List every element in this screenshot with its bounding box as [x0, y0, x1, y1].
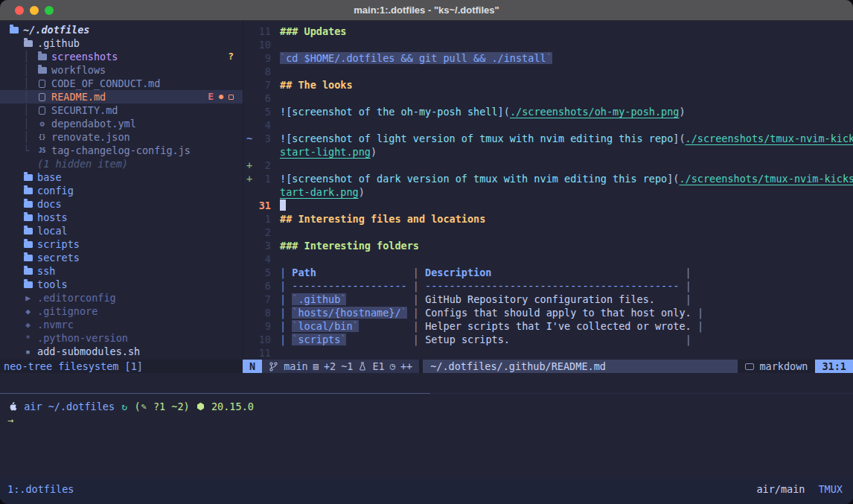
tree-guide: │: [23, 117, 37, 130]
js-icon: JS: [37, 147, 47, 155]
tmux-pane-border[interactable]: [0, 386, 853, 400]
shell-prompt-arrow[interactable]: →: [0, 413, 853, 427]
gutter-sign: [243, 226, 253, 239]
editor-line[interactable]: 10| `scripts` | Setup scripts. |: [243, 333, 853, 346]
editor-line[interactable]: tart-dark.png): [243, 185, 853, 199]
tree-item-dotfiles[interactable]: ~/.dotfiles: [0, 23, 243, 36]
tree-item-python-version[interactable]: *.python-version: [0, 331, 243, 345]
editor-line[interactable]: 1## Interesting files and locations: [243, 212, 853, 226]
editor-line[interactable]: 7| `.github` | GitHub Repository configu…: [243, 293, 853, 306]
editor-line[interactable]: +1![screenshot of dark version of tmux w…: [243, 172, 853, 185]
tree-item-gitignore[interactable]: ◆.gitignore: [0, 304, 243, 318]
tree-item-docs[interactable]: docs: [0, 197, 243, 211]
editor-line[interactable]: 2: [243, 226, 853, 239]
line-number: 7: [253, 78, 271, 92]
line-text: ![screenshot of light version of tmux wi…: [280, 132, 853, 145]
editor-line[interactable]: 31: [243, 199, 853, 212]
tree-item-label: .gitignore: [37, 304, 98, 318]
folder-icon: [23, 200, 33, 208]
editor-line[interactable]: 8: [243, 65, 853, 78]
editor-line[interactable]: ~3![screenshot of light version of tmux …: [243, 132, 853, 145]
shell-empty-area[interactable]: [0, 427, 853, 479]
tree-item-screenshots[interactable]: │screenshots?: [0, 50, 243, 63]
line-number: 2: [253, 159, 271, 172]
nodejs-icon: [197, 402, 205, 411]
tree-item-nvmrc[interactable]: ◈.nvmrc: [0, 318, 243, 331]
tree-item-code-of-conduct-md[interactable]: │CODE_OF_CONDUCT.md: [0, 77, 243, 90]
editor-line[interactable]: 6: [243, 92, 853, 105]
tree-item-secrets[interactable]: secrets: [0, 251, 243, 264]
editor-line[interactable]: 9| `local/bin` | Helper scripts that I'v…: [243, 319, 853, 333]
terminal-window: main:1:.dotfiles - "ks~/.dotfiles" ~/.do…: [0, 0, 853, 504]
tree-item-1-hidden-item[interactable]: (1 hidden item): [0, 157, 243, 170]
line-text: | ------------------- | ----------------…: [280, 279, 691, 293]
editor-line[interactable]: 5![screenshot of the oh-my-posh shell](.…: [243, 105, 853, 118]
tree-item-ssh[interactable]: ssh: [0, 264, 243, 278]
tree-item-tools[interactable]: tools: [0, 278, 243, 291]
cursor-position: 31:1: [815, 360, 853, 373]
editor-line[interactable]: 5| Path | Description |: [243, 266, 853, 279]
editor-line[interactable]: +2: [243, 159, 853, 172]
editor-window[interactable]: 11### Updates109`cd $HOME/.dotfiles && g…: [243, 21, 853, 360]
nvim-pane: ~/.dotfiles.github│screenshots?│workflow…: [0, 21, 853, 360]
editor-line[interactable]: 11: [243, 346, 853, 360]
shell-prompt[interactable]: air ~/.dotfiles ↻ (✎ ?1 ~2) 20.15.0: [0, 400, 853, 413]
tree-item-readme-md[interactable]: │README.mdE●: [0, 90, 243, 103]
line-number: 9: [253, 319, 271, 333]
tree-item-workflows[interactable]: │workflows: [0, 63, 243, 77]
titlebar: main:1:.dotfiles - "ks~/.dotfiles": [0, 0, 853, 21]
tree-item-dependabot-yml[interactable]: │⚙dependabot.yml: [0, 117, 243, 130]
apple-icon: [8, 401, 17, 412]
tmux-session-name: air/main: [756, 482, 805, 496]
pane-border-line: [0, 393, 430, 394]
tree-item-tag-changelog-config-js[interactable]: └JStag-changelog-config.js: [0, 144, 243, 157]
diff-added: +2: [324, 360, 336, 373]
diff-modified: ~1: [341, 360, 353, 373]
line-text: ### Interesting folders: [280, 239, 419, 252]
tree-item-hosts[interactable]: hosts: [0, 211, 243, 224]
status-row: neo-tree filesystem [1] N main▤+2~1E1◷++…: [0, 360, 853, 373]
file-path: ~/.dotfiles/.github/README.md: [423, 360, 738, 373]
line-text: | Path | Description |: [280, 266, 691, 279]
line-number: 10: [253, 38, 271, 51]
filetype-segment: markdown: [738, 360, 815, 373]
cmdline: [0, 373, 853, 386]
braces-icon: {}: [37, 133, 47, 141]
tree-item-security-md[interactable]: │SECURITY.md: [0, 103, 243, 117]
line-text: | `.github` | GitHub Repository configur…: [280, 293, 691, 306]
tree-item-label: secrets: [37, 251, 80, 264]
tree-item-github[interactable]: .github: [0, 36, 243, 50]
play-icon: ▶: [23, 294, 33, 302]
tree-item-config[interactable]: config: [0, 184, 243, 197]
tree-item-add-submodules-sh[interactable]: ▪add-submodules.sh: [0, 345, 243, 358]
filetype-label: markdown: [759, 360, 808, 373]
editor-line[interactable]: 10: [243, 38, 853, 51]
file-icon: [37, 80, 47, 88]
editor-buffer[interactable]: 11### Updates109`cd $HOME/.dotfiles && g…: [243, 21, 853, 360]
tree-item-label: base: [37, 170, 62, 184]
editor-line[interactable]: 4: [243, 252, 853, 266]
editor-line[interactable]: 3### Interesting folders: [243, 239, 853, 252]
editor-line[interactable]: 9`cd $HOME/.dotfiles && git pull && ./in…: [243, 51, 853, 65]
editor-line[interactable]: 7## The looks: [243, 78, 853, 92]
gutter-sign: [243, 252, 253, 266]
editor-line[interactable]: 8| `hosts/{hostname}/` | Configs that sh…: [243, 306, 853, 319]
editor-line[interactable]: 6| ------------------- | ---------------…: [243, 279, 853, 293]
folder-icon: [23, 254, 33, 261]
tree-item-scripts[interactable]: scripts: [0, 237, 243, 251]
gutter-sign: [243, 346, 253, 360]
editor-line[interactable]: 4: [243, 118, 853, 132]
tree-item-base[interactable]: base: [0, 170, 243, 184]
gutter-sign: [243, 78, 253, 92]
tree-item-editorconfig[interactable]: ▶.editorconfig: [0, 291, 243, 304]
tmux-window-tab[interactable]: 1:.dotfiles: [7, 482, 74, 496]
gutter-sign: ~: [243, 132, 253, 145]
editor-line[interactable]: 11### Updates: [243, 25, 853, 38]
tree-item-local[interactable]: local: [0, 224, 243, 237]
editor-line[interactable]: start-light.png): [243, 145, 853, 159]
tree-item-label: renovate.json: [51, 130, 130, 144]
tree-guide: │: [23, 77, 37, 90]
prompt-arrow: →: [7, 413, 13, 427]
file-icon: [37, 93, 47, 101]
tree-item-renovate-json[interactable]: │{}renovate.json: [0, 130, 243, 144]
